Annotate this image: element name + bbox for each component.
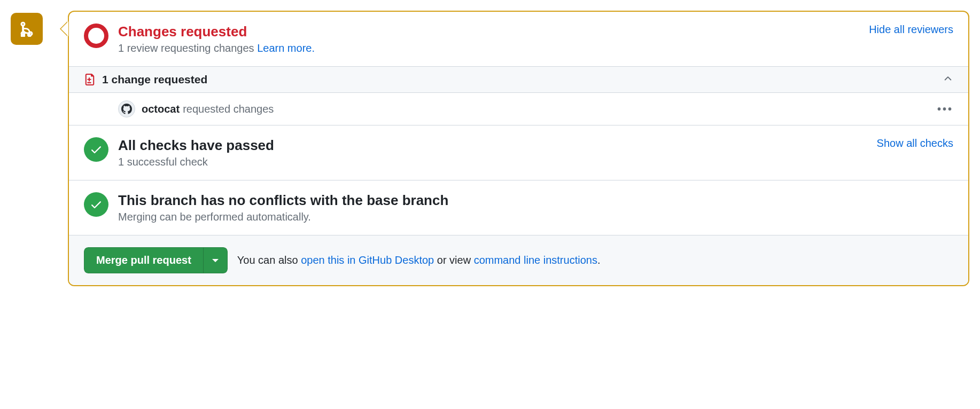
open-in-desktop-link[interactable]: open this in GitHub Desktop — [301, 254, 434, 266]
octocat-avatar-icon — [121, 104, 132, 114]
conflicts-text: This branch has no conflicts with the ba… — [118, 192, 448, 223]
reviewer-options-button[interactable]: ••• — [937, 103, 953, 115]
merge-options-dropdown-button[interactable] — [204, 247, 228, 273]
merge-pull-request-button[interactable]: Merge pull request — [84, 247, 204, 273]
review-status-text: Changes requested 1 review requesting ch… — [118, 23, 315, 54]
checks-text: All checks have passed 1 successful chec… — [118, 137, 274, 168]
changes-requested-icon — [84, 23, 108, 48]
review-status-section: Changes requested 1 review requesting ch… — [69, 12, 968, 66]
timeline-git-badge — [11, 13, 43, 45]
checks-title: All checks have passed — [118, 137, 274, 154]
change-requested-label: 1 change requested — [102, 73, 207, 86]
change-requested-header[interactable]: 1 change requested — [69, 66, 968, 93]
panel-pointer — [61, 21, 68, 36]
svg-point-0 — [21, 22, 25, 26]
conflicts-title: This branch has no conflicts with the ba… — [118, 192, 448, 209]
checks-subtitle: 1 successful check — [118, 156, 274, 168]
learn-more-link[interactable]: Learn more. — [257, 42, 315, 54]
conflicts-subtitle: Merging can be performed automatically. — [118, 211, 448, 223]
merge-footer: Merge pull request You can also open thi… — [69, 235, 968, 285]
merge-panel: Changes requested 1 review requesting ch… — [68, 11, 969, 286]
merge-status-container: Changes requested 1 review requesting ch… — [11, 11, 969, 286]
avatar[interactable] — [118, 100, 135, 117]
git-merge-icon — [19, 21, 35, 37]
conflicts-section: This branch has no conflicts with the ba… — [69, 180, 968, 235]
review-status-title: Changes requested — [118, 23, 315, 40]
check-icon — [90, 198, 103, 211]
no-conflicts-icon — [84, 192, 108, 217]
hide-all-reviewers-link[interactable]: Hide all reviewers — [869, 23, 953, 36]
checks-section: All checks have passed 1 successful chec… — [69, 125, 968, 180]
check-icon — [90, 143, 103, 156]
checks-passed-icon — [84, 137, 108, 162]
merge-button-group: Merge pull request — [84, 247, 228, 273]
file-diff-icon — [84, 74, 96, 85]
reviewer-row: octocat requested changes ••• — [69, 93, 968, 125]
reviewer-action-text: requested changes — [183, 103, 274, 115]
merge-alt-text: You can also open this in GitHub Desktop… — [237, 254, 601, 266]
show-all-checks-link[interactable]: Show all checks — [877, 137, 953, 150]
cli-instructions-link[interactable]: command line instructions — [474, 254, 597, 266]
reviewer-username[interactable]: octocat — [142, 103, 180, 115]
review-status-subtitle: 1 review requesting changes Learn more. — [118, 42, 315, 54]
caret-down-icon — [212, 257, 219, 264]
collapse-chevron-icon[interactable] — [943, 73, 953, 86]
